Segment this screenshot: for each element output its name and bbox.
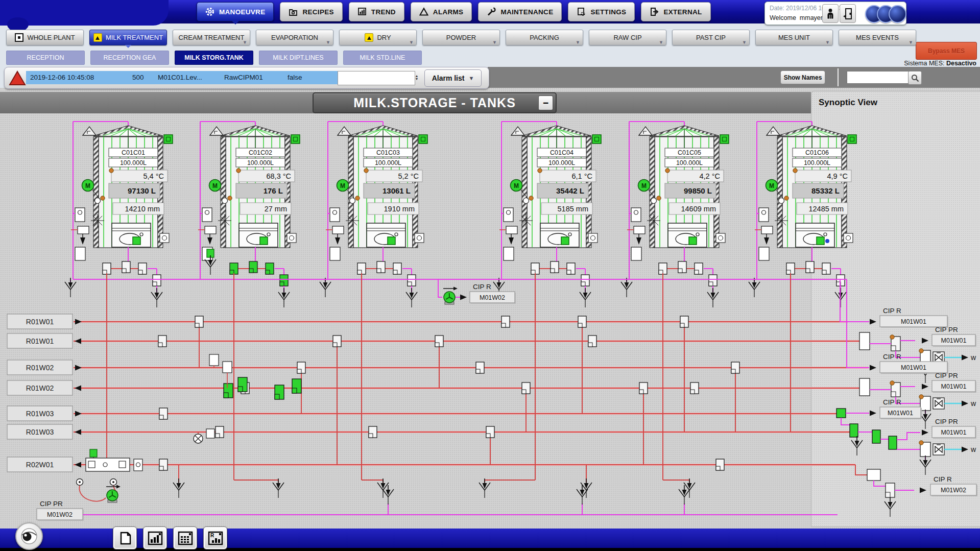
valve[interactable] <box>280 275 288 286</box>
calculator-window-icon[interactable] <box>173 526 197 549</box>
valve[interactable] <box>709 275 717 286</box>
tab-dry[interactable]: DRY▼ <box>339 30 417 45</box>
chevron-down-icon: ▼ <box>409 40 414 45</box>
valve[interactable] <box>836 275 845 286</box>
subtab-milk-std-line[interactable]: MILK STD.LINE <box>343 51 422 65</box>
welcome-label: Welcome <box>770 14 796 21</box>
valve[interactable] <box>822 263 830 274</box>
subtab-milk-dipt-lines[interactable]: MILK DIPT.LINES <box>259 51 338 65</box>
alarm-filter-input[interactable] <box>338 71 415 85</box>
valve[interactable] <box>216 426 224 438</box>
butterfly-valve-icon[interactable] <box>933 398 944 409</box>
valve[interactable] <box>377 261 385 273</box>
valve[interactable] <box>297 362 305 373</box>
valve[interactable] <box>567 263 575 274</box>
tab-evaporation[interactable]: EVAPORATION▼ <box>256 30 333 45</box>
alarm-triangle-icon <box>419 7 428 16</box>
valve[interactable] <box>333 336 341 347</box>
svg-text:R: R <box>210 533 214 538</box>
pages-icon[interactable] <box>113 526 137 549</box>
eye-icon[interactable] <box>15 522 43 550</box>
welcome-line: Welcome mmayer <box>770 14 823 21</box>
search-input[interactable] <box>847 71 911 84</box>
tab-whole-plant[interactable]: WHOLE PLANT <box>6 30 84 45</box>
minimize-button[interactable]: − <box>538 95 553 110</box>
valve[interactable] <box>522 382 530 394</box>
valve[interactable] <box>153 275 161 286</box>
valve[interactable] <box>158 336 166 347</box>
valve[interactable] <box>408 275 416 286</box>
tab-cream-treatment[interactable]: CREAM TREATMENT▼ <box>173 30 250 45</box>
valve[interactable] <box>659 263 667 274</box>
valve[interactable] <box>806 261 814 273</box>
valve[interactable] <box>531 263 539 274</box>
logout-door-icon[interactable] <box>840 4 856 23</box>
valve[interactable] <box>695 263 703 274</box>
valve[interactable] <box>230 263 238 274</box>
valve[interactable] <box>195 316 203 327</box>
valve[interactable] <box>588 336 596 347</box>
valve[interactable] <box>578 316 586 327</box>
butterfly-valve-icon[interactable] <box>933 352 944 363</box>
menu-maintenance[interactable]: MAINTENANCE <box>478 2 562 21</box>
valve[interactable] <box>731 362 739 373</box>
valve[interactable] <box>501 316 510 327</box>
valve[interactable] <box>159 408 168 419</box>
valve[interactable] <box>476 362 484 373</box>
menu-trend[interactable]: TREND <box>349 2 404 21</box>
valve[interactable] <box>786 263 795 274</box>
valve[interactable] <box>138 263 147 274</box>
search-icon[interactable] <box>908 71 922 85</box>
valve[interactable] <box>551 261 559 273</box>
alarm-spinner[interactable]: ▲▼ <box>413 71 420 84</box>
tab-packing[interactable]: PACKING▼ <box>506 30 583 45</box>
subtab-reception[interactable]: RECEPTION <box>6 51 85 65</box>
alarm-value: false <box>288 74 302 81</box>
tab-milk-treatment[interactable]: MILK TREATMENT <box>89 30 167 45</box>
tab-mes-events[interactable]: MES EVENTS▼ <box>839 30 916 45</box>
valve[interactable] <box>690 382 699 394</box>
butterfly-valve-icon[interactable] <box>933 444 944 455</box>
sub-tabs: RECEPTIONRECEPTION GEAMILK STORG.TANKMIL… <box>6 51 422 65</box>
alarm-warning-icon[interactable] <box>9 70 26 86</box>
menu-alarms[interactable]: ALARMS <box>411 2 472 21</box>
subtab-milk-storg-tank[interactable]: MILK STORG.TANK <box>175 51 253 65</box>
valve[interactable] <box>249 261 257 273</box>
bypass-mes-button[interactable]: Bypass MES <box>916 42 977 60</box>
alarm-tag: M01C01.Lev... <box>158 74 202 81</box>
valve[interactable] <box>241 382 249 394</box>
alarm-row[interactable]: 2019-12-06 10:45:08 500 M01C01.Lev... Ra… <box>26 71 338 84</box>
menu-external[interactable]: EXTERNAL <box>641 2 710 21</box>
menu-recipes[interactable]: RECIPES <box>280 2 342 21</box>
valve[interactable] <box>103 263 111 274</box>
show-names-button[interactable]: Show Names <box>780 70 825 84</box>
valve[interactable] <box>266 263 274 274</box>
plant-square-icon <box>15 33 23 42</box>
valve[interactable] <box>716 459 724 470</box>
valve[interactable] <box>357 263 366 274</box>
chevron-down-icon: ▼ <box>825 40 830 45</box>
subtab-reception-gea[interactable]: RECEPTION GEA <box>90 51 169 65</box>
tab-past-cip[interactable]: PAST CIP▼ <box>672 30 750 45</box>
valve[interactable] <box>486 426 494 438</box>
valve[interactable] <box>369 426 377 438</box>
valve[interactable] <box>678 261 686 273</box>
valve[interactable] <box>159 459 168 470</box>
valve[interactable] <box>581 275 589 286</box>
tab-raw-cip[interactable]: RAW CIP▼ <box>589 30 666 45</box>
valve[interactable] <box>435 336 443 347</box>
valve[interactable] <box>639 382 648 394</box>
user-icon[interactable] <box>822 4 839 23</box>
chevron-down-icon: ▼ <box>326 40 330 45</box>
trend-chart-icon <box>357 7 367 16</box>
alarm-list-button[interactable]: Alarm list▼ <box>424 69 482 87</box>
menu-manoeuvre[interactable]: MANOEUVRE <box>197 2 274 21</box>
tab-powder[interactable]: POWDER▼ <box>422 30 500 45</box>
valve[interactable] <box>122 261 130 273</box>
valve[interactable] <box>393 263 401 274</box>
bar-chart-window-icon[interactable] <box>143 526 167 549</box>
report-chart-icon[interactable]: R <box>203 526 227 549</box>
menu-settings[interactable]: SETTINGS <box>568 2 635 21</box>
tab-mes-unit[interactable]: MES UNIT▼ <box>755 30 833 45</box>
valve[interactable] <box>680 316 688 327</box>
